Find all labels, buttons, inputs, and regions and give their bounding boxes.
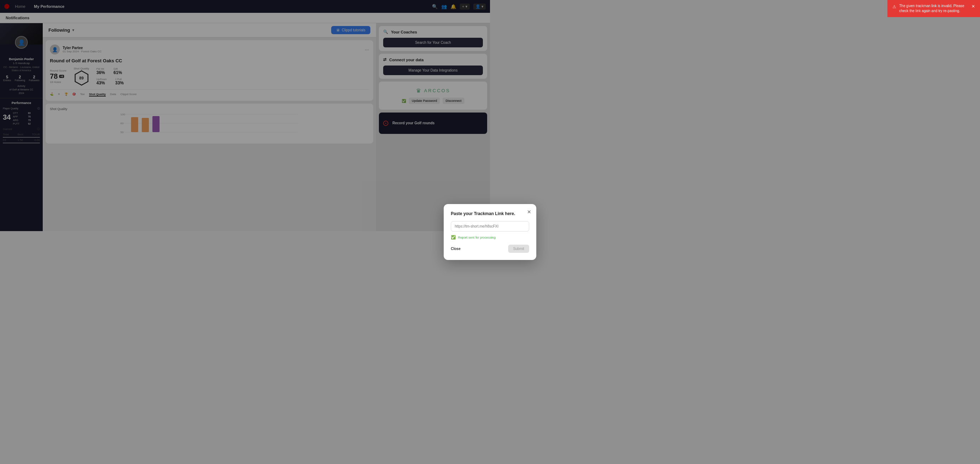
trackman-modal: ✕ Paste your Trackman Link here. ✅ Repor… xyxy=(444,204,490,232)
modal-title: Paste your Trackman Link here. xyxy=(451,211,490,216)
trackman-link-input[interactable] xyxy=(451,221,490,232)
modal-overlay: ✕ Paste your Trackman Link here. ✅ Repor… xyxy=(0,0,490,232)
